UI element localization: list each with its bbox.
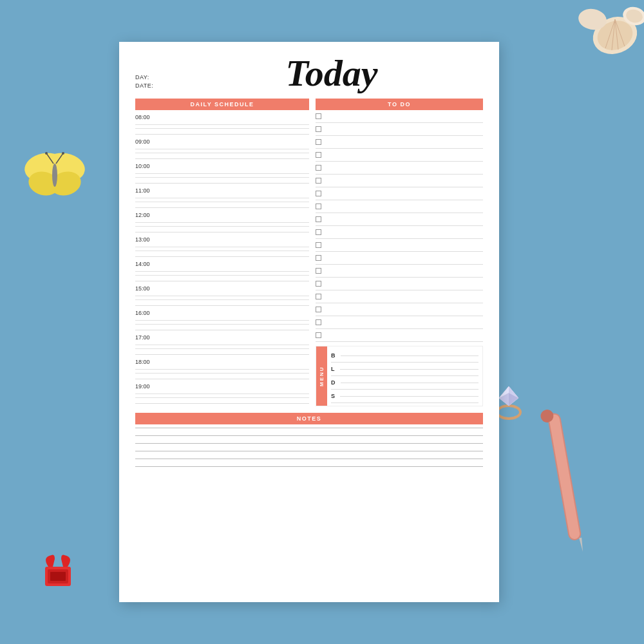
time-slot-1100: 11:00 xyxy=(135,186,309,208)
todo-checkbox-6[interactable] xyxy=(316,178,321,184)
time-label-1500: 15:00 xyxy=(135,285,309,292)
menu-letter-s: S xyxy=(331,393,335,399)
title-area: Today xyxy=(180,55,483,92)
time-label-0900: 09:00 xyxy=(135,138,309,145)
todo-item-5[interactable] xyxy=(316,162,483,175)
notes-section: NOTES xyxy=(135,413,483,477)
time-slot-1000: 10:00 xyxy=(135,162,309,184)
todo-item-7[interactable] xyxy=(316,187,483,200)
todo-checkbox-11[interactable] xyxy=(316,242,321,248)
time-label-1700: 17:00 xyxy=(135,334,309,341)
time-label-1400: 14:00 xyxy=(135,261,309,267)
todo-checkbox-5[interactable] xyxy=(316,165,321,171)
todo-item-10[interactable] xyxy=(316,226,483,239)
butterfly-decoration xyxy=(19,148,90,206)
todo-item-9[interactable] xyxy=(316,213,483,226)
note-line-2 xyxy=(135,435,483,436)
todo-checkbox-1[interactable] xyxy=(316,113,321,119)
todo-checkbox-12[interactable] xyxy=(316,255,321,261)
todo-item-16[interactable] xyxy=(316,303,483,316)
menu-item-l[interactable]: L xyxy=(331,363,478,376)
svg-point-17 xyxy=(62,152,64,155)
time-label-1800: 18:00 xyxy=(135,359,309,365)
time-label-1000: 10:00 xyxy=(135,163,309,169)
menu-label: MENU xyxy=(316,346,327,406)
todo-checkbox-8[interactable] xyxy=(316,204,321,209)
time-slot-1600: 16:00 xyxy=(135,308,309,330)
todo-item-8[interactable] xyxy=(316,200,483,213)
todo-checkbox-18[interactable] xyxy=(316,332,321,338)
todo-checkbox-10[interactable] xyxy=(316,229,321,235)
todo-item-11[interactable] xyxy=(316,239,483,252)
time-slot-1300: 13:00 xyxy=(135,235,309,257)
time-slot-0900: 09:00 xyxy=(135,137,309,159)
todo-item-18[interactable] xyxy=(316,329,483,342)
schedule-column: DAILY SCHEDULE 08:00 09:00 10:00 11:00 xyxy=(135,99,309,406)
menu-item-d[interactable]: D xyxy=(331,376,478,390)
time-label-1300: 13:00 xyxy=(135,236,309,243)
time-slot-1900: 19:00 xyxy=(135,382,309,404)
todo-checkbox-2[interactable] xyxy=(316,126,321,132)
menu-letter-b: B xyxy=(331,352,336,359)
todo-item-4[interactable] xyxy=(316,149,483,162)
todo-checkbox-16[interactable] xyxy=(316,307,321,312)
svg-point-25 xyxy=(497,406,520,419)
day-date-area: DAY: DATE: xyxy=(135,74,174,91)
notes-lines xyxy=(135,424,483,477)
notes-header: NOTES xyxy=(135,413,483,424)
svg-rect-20 xyxy=(50,572,66,581)
time-slot-0800: 08:00 xyxy=(135,113,309,135)
note-line-4 xyxy=(135,451,483,451)
todo-checkbox-17[interactable] xyxy=(316,319,321,325)
time-slot-1400: 14:00 xyxy=(135,260,309,281)
todo-item-14[interactable] xyxy=(316,278,483,290)
todo-item-1[interactable] xyxy=(316,110,483,123)
todo-header: TO DO xyxy=(316,99,483,110)
time-label-1200: 12:00 xyxy=(135,212,309,218)
time-label-1100: 11:00 xyxy=(135,187,309,194)
note-line-3 xyxy=(135,443,483,444)
todo-item-15[interactable] xyxy=(316,290,483,303)
menu-letter-l: L xyxy=(331,366,335,372)
time-label-1600: 16:00 xyxy=(135,310,309,316)
note-line-1 xyxy=(135,428,483,428)
planner-paper: DAY: DATE: Today DAILY SCHEDULE 08:00 09… xyxy=(119,42,499,602)
note-line-6 xyxy=(135,466,483,467)
todo-checkbox-14[interactable] xyxy=(316,281,321,287)
todo-item-12[interactable] xyxy=(316,252,483,265)
todo-checkbox-7[interactable] xyxy=(316,191,321,196)
menu-section: MENU B L D S xyxy=(316,346,483,406)
svg-point-15 xyxy=(45,152,48,155)
day-label: DAY: xyxy=(135,74,174,80)
main-content: DAILY SCHEDULE 08:00 09:00 10:00 11:00 xyxy=(135,99,483,406)
todo-checkbox-9[interactable] xyxy=(316,216,321,222)
page-title: Today xyxy=(180,55,483,92)
svg-marker-23 xyxy=(579,538,584,552)
todo-item-3[interactable] xyxy=(316,136,483,149)
todo-item-13[interactable] xyxy=(316,265,483,278)
todo-item-2[interactable] xyxy=(316,123,483,136)
time-slot-1200: 12:00 xyxy=(135,211,309,232)
note-line-5 xyxy=(135,459,483,459)
menu-items-list: B L D S xyxy=(327,346,482,406)
planner-header: DAY: DATE: Today xyxy=(135,55,483,92)
todo-checkbox-15[interactable] xyxy=(316,294,321,299)
todo-checkbox-13[interactable] xyxy=(316,268,321,274)
menu-item-b[interactable]: B xyxy=(331,349,478,363)
time-slot-1700: 17:00 xyxy=(135,333,309,355)
schedule-header: DAILY SCHEDULE xyxy=(135,99,309,110)
todo-item-17[interactable] xyxy=(316,316,483,329)
todo-checkbox-3[interactable] xyxy=(316,139,321,145)
time-label-0800: 08:00 xyxy=(135,114,309,120)
shells-decoration xyxy=(541,0,644,103)
todo-checkbox-4[interactable] xyxy=(316,152,321,158)
binder-clip-decoration xyxy=(39,554,77,599)
menu-letter-d: D xyxy=(331,379,336,386)
time-slot-1500: 15:00 xyxy=(135,284,309,306)
time-label-1900: 19:00 xyxy=(135,383,309,390)
time-slot-1800: 18:00 xyxy=(135,357,309,379)
todo-column: TO DO MENU xyxy=(316,99,483,406)
menu-item-s[interactable]: S xyxy=(331,390,478,403)
todo-item-6[interactable] xyxy=(316,175,483,187)
svg-point-13 xyxy=(52,164,57,187)
